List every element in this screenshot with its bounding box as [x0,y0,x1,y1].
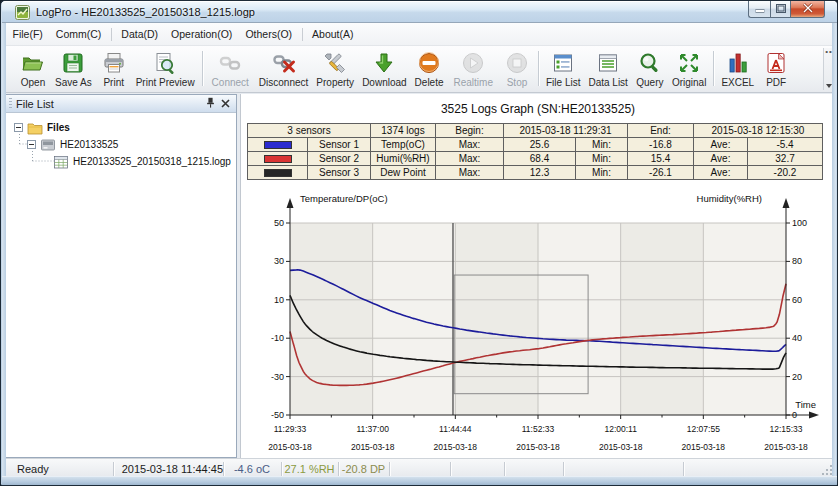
left-tick-label: -50 [271,410,284,420]
toolbar-button-print[interactable]: Print [96,48,132,89]
status-separator [338,462,339,476]
print-icon [102,51,126,75]
plot-band [703,223,786,415]
x-tick-date-label: 2015-03-18 [682,442,726,452]
minimize-icon [755,3,764,15]
logs-chart[interactable]: Temperature/DP(oC)Humidity(%RH)Time50301… [241,186,836,458]
toolbar-button-label: Realtime [454,77,493,88]
tree-expander-minus-icon[interactable] [27,140,36,149]
toolbar-button-open[interactable]: Open [15,48,51,89]
toolbar-button-label: Save As [55,77,92,88]
toolbar-button-pdf[interactable]: PDF [758,48,794,89]
maximize-button[interactable] [770,1,791,18]
toolbar-button-print-preview[interactable]: Print Preview [132,48,199,89]
panel-title: File List [16,98,206,110]
minimize-button[interactable] [748,1,770,18]
tree-node-log-file[interactable]: HE20133525_20150318_1215.logp [49,153,231,170]
menu-item-data[interactable]: Data(D) [115,25,165,43]
max-label: Max: [436,138,504,152]
pin-icon[interactable] [206,97,215,110]
save-as-icon [61,51,85,75]
max-label: Max: [436,166,504,180]
toolbar-button-label: Connect [212,77,249,88]
min-label: Min: [576,166,628,180]
right-axis-title: Humidity(%RH) [697,193,762,204]
pdf-icon [764,51,788,75]
x-tick-date-label: 2015-03-18 [764,442,808,452]
toolbar-button-download[interactable]: Download [358,48,410,89]
menu-item-about[interactable]: About(A) [306,25,360,43]
menu-item-comm[interactable]: Comm(C) [49,25,108,43]
dock-area: File List FilesHE20133525HE20133525_2015… [5,93,835,458]
toolbar-button-query[interactable]: Query [632,48,668,89]
right-tick-label: 60 [792,295,802,305]
toolbar-button-label: Data List [588,77,627,88]
left-tick-label: -10 [271,333,284,343]
toolbar-separator [713,51,714,86]
x-tick-date-label: 2015-03-18 [599,442,643,452]
status-separator [563,462,564,476]
close-icon [802,3,813,15]
summary-end-label: End: [628,124,694,138]
toolbar-button-connect: Connect [206,48,255,89]
toolbar-button-label: Disconnect [259,77,308,88]
menu-item-others[interactable]: Others(O) [239,25,299,43]
toolbar-button-save-as[interactable]: Save As [51,48,96,89]
toolbar-button-label: Property [316,77,354,88]
sensor-color-cell [248,166,308,180]
tree-node-device[interactable]: HE20133525 [27,136,118,153]
x-tick-time-label: 11:29:33 [274,424,307,434]
max-value: 25.6 [504,138,576,152]
max-value: 12.3 [504,166,576,180]
main-area: 3525 Logs Graph (SN:HE20133525) 3 sensor… [240,94,835,458]
plot-band [621,223,704,415]
menu-separator [302,28,303,41]
realtime-icon [461,51,485,75]
log-file-icon [53,155,69,169]
window-frame-right [832,23,836,485]
x-tick-date-label: 2015-03-18 [516,442,560,452]
toolbar-button-label: Print Preview [136,77,195,88]
menu-item-file[interactable]: File(F) [6,25,49,43]
toolbar-button-original[interactable]: Original [668,48,710,89]
toolbar-button-label: Download [362,77,406,88]
left-tick-label: 10 [274,295,284,305]
toolbar-button-delete[interactable]: Delete [411,48,448,89]
max-label: Max: [436,152,504,166]
left-tick-label: 30 [274,256,284,266]
sensor-name: Sensor 2 [308,152,371,166]
tree-node-files-root[interactable]: Files [14,119,70,136]
status-separator [223,462,224,476]
plot-band [455,223,538,415]
data-list-icon [596,51,620,75]
toolbar-button-label: Original [672,77,706,88]
close-button[interactable] [791,1,825,18]
sensor-color-swatch [264,169,292,177]
menu-item-operation[interactable]: Operation(O) [165,25,239,43]
toolbar-button-excel[interactable]: EXCEL [717,48,758,89]
min-label: Min: [576,152,628,166]
sensor-color-cell [248,138,308,152]
maximize-icon [776,3,786,15]
disconnect-icon [272,51,296,75]
toolbar-button-property[interactable]: Property [312,48,358,89]
x-tick-date-label: 2015-03-18 [351,442,395,452]
title-bar[interactable]: LogPro - HE20133525_20150318_1215.logp [2,1,838,23]
tree-expander-minus-icon[interactable] [14,123,23,132]
toolbar-button-label: Print [103,77,124,88]
panel-close-icon[interactable] [221,98,230,110]
max-value: 68.4 [504,152,576,166]
right-tick-label: 40 [792,333,802,343]
x-tick-date-label: 2015-03-18 [268,442,312,452]
window-title: LogPro - HE20133525_20150318_1215.logp [36,6,255,18]
summary-sensor-row: Sensor 1Temp(oC)Max:25.6Min:-16.8Ave:-5.… [248,138,823,152]
file-list-panel-header[interactable]: File List [6,95,236,113]
summary-begin-label: Begin: [436,124,504,138]
ave-value: 32.7 [748,152,823,166]
left-axis-title: Temperature/DP(oC) [300,193,388,204]
app-window: LogPro - HE20133525_20150318_1215.logp F… [0,0,838,486]
toolbar-button-file-list[interactable]: File List [542,48,584,89]
print-preview-icon [153,51,177,75]
toolbar-button-data-list[interactable]: Data List [584,48,631,89]
toolbar-button-disconnect[interactable]: Disconnect [255,48,312,89]
